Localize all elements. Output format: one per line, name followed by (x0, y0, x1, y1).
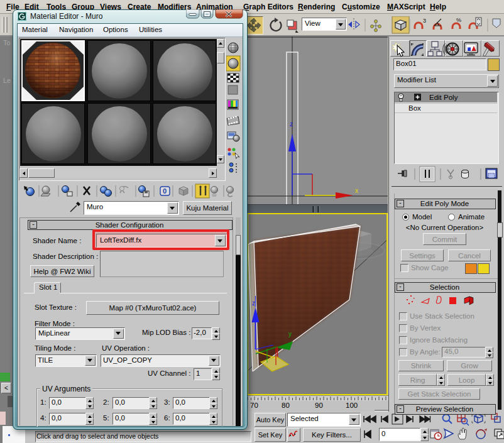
svg-text:z: z (290, 121, 293, 128)
svg-text:x: x (355, 187, 358, 194)
svg-text:z: z (252, 300, 255, 307)
svg-text:0: 0 (163, 187, 167, 195)
svg-text:%: % (456, 17, 461, 23)
svg-text:y: y (288, 331, 292, 337)
svg-text:3: 3 (423, 18, 426, 24)
